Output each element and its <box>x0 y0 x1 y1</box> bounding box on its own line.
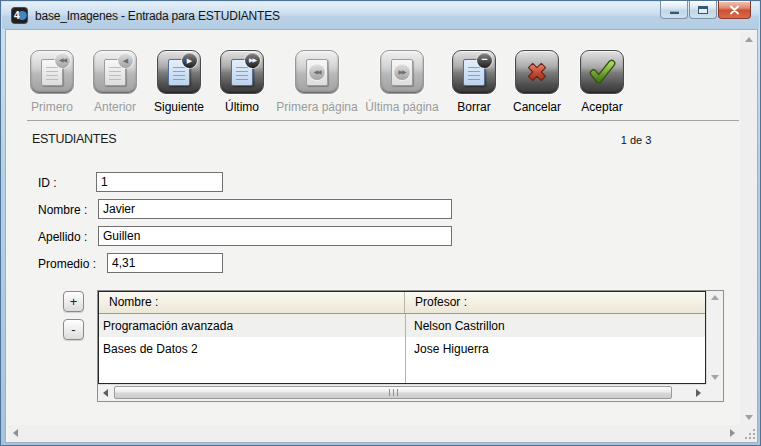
resize-grip[interactable] <box>740 425 757 442</box>
maximize-button[interactable] <box>689 1 717 19</box>
id-field[interactable] <box>96 172 223 192</box>
table-row[interactable]: Programación avanzada Nelson Castrillon <box>99 314 705 337</box>
cancel-x-icon <box>522 57 552 87</box>
double-left-arrow-icon: ◀◀ <box>309 64 325 80</box>
scroll-left-icon[interactable] <box>13 429 18 437</box>
promedio-field[interactable] <box>107 253 223 273</box>
window-horizontal-scrollbar[interactable] <box>8 425 740 442</box>
double-right-arrow-icon: ▶▶ <box>394 64 410 80</box>
maximize-icon <box>698 6 708 14</box>
double-right-arrow-icon: ▶▶ <box>245 53 260 68</box>
subform-listbox: Nombre : Profesor : Programación avanzad… <box>97 290 724 402</box>
section-title: ESTUDIANTES <box>32 132 116 146</box>
apellido-field[interactable] <box>98 226 452 246</box>
listbox-data-area: Nombre : Profesor : Programación avanzad… <box>98 291 706 384</box>
listbox-vertical-scrollbar[interactable] <box>706 291 723 384</box>
toolbar-separator <box>27 120 739 121</box>
doc-previous-icon: ◀ <box>104 59 126 86</box>
app-window: 4 base_Imagenes - Entrada para ESTUDIANT… <box>0 0 761 446</box>
first-page-button[interactable]: ◀◀ <box>295 50 339 94</box>
form-content-area: ◀◀ Primero ◀ Anterior ▶ Siguiente ▶▶ <box>5 29 758 443</box>
doc-last-icon: ▶▶ <box>231 59 253 86</box>
scrollbar-thumb[interactable] <box>114 386 672 399</box>
minimize-icon <box>670 11 679 14</box>
scroll-left-icon[interactable] <box>103 389 108 397</box>
grip-icon <box>389 389 398 396</box>
cell-profesor: Jose Higuerra <box>405 342 705 356</box>
add-row-button[interactable]: + <box>63 291 84 312</box>
promedio-label: Promedio : <box>38 257 96 271</box>
page-last-icon: ▶▶ <box>391 59 413 86</box>
record-counter: 1 de 3 <box>606 134 666 146</box>
cell-profesor: Nelson Castrillon <box>405 319 705 333</box>
listbox-horizontal-scrollbar[interactable] <box>98 384 706 401</box>
caption-buttons <box>659 1 751 19</box>
last-page-button[interactable]: ▶▶ <box>380 50 424 94</box>
last-record-button[interactable]: ▶▶ <box>220 50 264 94</box>
doc-first-icon: ◀◀ <box>41 59 63 86</box>
page-first-icon: ◀◀ <box>306 59 328 86</box>
accept-check-icon <box>587 57 617 87</box>
cell-nombre: Programación avanzada <box>99 319 405 333</box>
remove-row-button[interactable]: - <box>63 319 84 340</box>
scroll-up-icon[interactable] <box>745 37 753 42</box>
scroll-down-icon[interactable] <box>745 415 753 420</box>
column-divider <box>405 314 406 383</box>
scroll-up-icon[interactable] <box>711 295 719 300</box>
grip-dots-icon <box>744 429 755 440</box>
table-row[interactable]: Bases de Datos 2 Jose Higuerra <box>99 337 705 360</box>
close-icon <box>729 5 740 15</box>
scroll-right-icon[interactable] <box>730 429 735 437</box>
titlebar: 4 base_Imagenes - Entrada para ESTUDIANT… <box>2 2 759 29</box>
toolbar-item-aceptar: Aceptar <box>552 50 652 114</box>
svg-text:4: 4 <box>14 10 20 21</box>
scroll-down-icon[interactable] <box>711 375 719 380</box>
window-vertical-scrollbar[interactable] <box>740 32 757 425</box>
nombre-label: Nombre : <box>38 203 87 217</box>
app-4d-icon: 4 <box>11 7 28 24</box>
doc-delete-icon: − <box>463 59 485 86</box>
listbox-scrollbar-corner <box>706 384 723 401</box>
nombre-field[interactable] <box>98 199 452 219</box>
minimize-button[interactable] <box>660 1 688 19</box>
window-title: base_Imagenes - Entrada para ESTUDIANTES <box>35 9 280 23</box>
id-label: ID : <box>38 176 57 190</box>
scroll-right-icon[interactable] <box>696 389 701 397</box>
close-button[interactable] <box>718 1 751 19</box>
doc-next-icon: ▶ <box>168 59 190 86</box>
toolbar-label: Aceptar <box>552 100 652 114</box>
cell-nombre: Bases de Datos 2 <box>99 342 405 356</box>
apellido-label: Apellido : <box>38 230 87 244</box>
column-header-profesor[interactable]: Profesor : <box>405 292 705 313</box>
column-header-nombre[interactable]: Nombre : <box>99 292 405 313</box>
listbox-header: Nombre : Profesor : <box>99 292 705 314</box>
accept-button[interactable] <box>580 50 624 94</box>
